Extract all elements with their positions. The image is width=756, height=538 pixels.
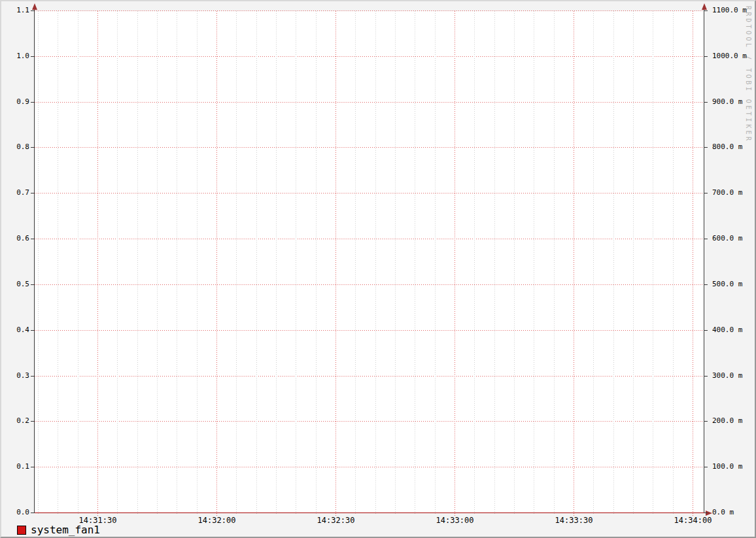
right-axis-tick — [704, 147, 708, 148]
x-axis-tick-label: 14:33:30 — [555, 516, 593, 525]
x-major-gridline — [216, 11, 217, 517]
y-axis-right-tick-label: 100.0 m — [712, 463, 742, 471]
y-major-gridline — [35, 56, 704, 57]
right-axis-tick — [704, 193, 708, 193]
left-axis-tick — [31, 56, 34, 57]
y-axis-right-tick-label: 500.0 m — [712, 280, 742, 288]
x-minor-gridline — [296, 11, 296, 515]
right-axis-tick — [704, 10, 708, 11]
series-line-system-fan1 — [35, 513, 704, 513]
x-major-gridline — [574, 11, 574, 517]
left-axis-tick — [31, 193, 34, 193]
legend-color-swatch — [17, 526, 26, 535]
left-axis-tick — [31, 330, 34, 331]
y-axis-left-tick-label: 0.2 — [6, 417, 29, 425]
y-major-gridline — [35, 193, 704, 193]
x-major-gridline — [97, 11, 98, 517]
y-axis-right-tick-label: 800.0 m — [712, 143, 742, 151]
y-axis-right-tick-label: 200.0 m — [712, 417, 742, 425]
x-major-gridline — [335, 11, 336, 517]
right-axis-tick — [704, 421, 708, 422]
left-axis-tick — [31, 467, 34, 467]
x-minor-gridline — [613, 11, 614, 515]
y-axis-left-tick-label: 0.1 — [6, 463, 29, 471]
x-minor-gridline — [653, 11, 653, 515]
y-axis-left-tick-label: 1.1 — [6, 7, 29, 14]
y-major-gridline — [35, 239, 704, 239]
x-minor-gridline — [78, 11, 78, 515]
x-axis-tick-label: 14:33:00 — [436, 516, 474, 525]
x-minor-gridline — [375, 11, 376, 515]
rrdtool-watermark: RRDTOOL / TOBI OETIKER — [745, 6, 752, 143]
x-minor-gridline — [256, 11, 257, 515]
x-minor-gridline — [197, 11, 198, 515]
y-axis-left-tick-label: 0.0 — [6, 509, 29, 516]
x-minor-gridline — [673, 11, 674, 515]
x-minor-gridline — [117, 11, 118, 515]
y-axis-right-tick-label: 300.0 m — [712, 372, 742, 380]
x-minor-gridline — [177, 11, 177, 515]
left-axis-tick — [31, 102, 34, 103]
y-axis-left-tick-label: 0.6 — [6, 235, 29, 243]
x-minor-gridline — [593, 11, 594, 515]
x-minor-gridline — [554, 11, 555, 515]
x-minor-gridline — [534, 11, 534, 515]
x-minor-gridline — [38, 11, 39, 515]
plot-area — [35, 11, 704, 513]
x-minor-gridline — [514, 11, 515, 515]
right-axis-tick — [704, 376, 708, 377]
x-minor-gridline — [137, 11, 138, 515]
x-minor-gridline — [633, 11, 634, 515]
x-minor-gridline — [435, 11, 436, 515]
x-axis-tick-label: 14:32:30 — [317, 516, 355, 525]
x-minor-gridline — [58, 11, 58, 515]
y-major-gridline — [35, 376, 704, 377]
y-axis-right-tick-label: 1100.0 m — [712, 7, 747, 14]
x-axis-tick-label: 14:34:00 — [674, 516, 712, 525]
right-axis-tick — [704, 467, 708, 467]
x-minor-gridline — [494, 11, 495, 515]
x-minor-gridline — [474, 11, 475, 515]
y-axis-right-tick-label: 900.0 m — [712, 98, 742, 106]
x-major-gridline — [693, 11, 693, 517]
y-axis-right-tick-label: 1000.0 m — [712, 52, 747, 60]
left-y-axis-line — [34, 8, 35, 513]
y-axis-left-tick-label: 0.3 — [6, 372, 29, 380]
right-axis-tick — [704, 284, 708, 285]
left-axis-tick — [31, 239, 34, 239]
y-major-gridline — [35, 330, 704, 331]
right-axis-tick — [704, 56, 708, 57]
y-axis-right-tick-label: 0.0 m — [712, 509, 734, 516]
left-axis-tick — [31, 10, 34, 11]
right-axis-arrow-icon — [702, 3, 707, 10]
y-major-gridline — [35, 102, 704, 103]
y-major-gridline — [35, 467, 704, 467]
x-major-gridline — [455, 11, 455, 517]
left-axis-tick — [31, 421, 34, 422]
x-axis-tick-label: 14:32:00 — [198, 516, 236, 525]
x-minor-gridline — [355, 11, 356, 515]
y-axis-left-tick-label: 0.9 — [6, 98, 29, 106]
x-minor-gridline — [236, 11, 237, 515]
right-y-axis-line — [704, 8, 704, 513]
left-axis-tick — [31, 284, 34, 285]
legend: system_fan1 — [17, 524, 100, 536]
x-minor-gridline — [316, 11, 317, 515]
right-axis-tick — [704, 239, 708, 239]
y-major-gridline — [35, 284, 704, 285]
y-axis-left-tick-label: 0.5 — [6, 280, 29, 288]
x-minor-gridline — [157, 11, 158, 515]
x-axis-tick-label: 14:31:30 — [79, 516, 117, 525]
rrdtool-graph: RRDTOOL / TOBI OETIKER system_fan1 0.00.… — [0, 0, 756, 538]
x-minor-gridline — [276, 11, 277, 515]
y-major-gridline — [35, 421, 704, 422]
right-axis-tick — [704, 330, 708, 331]
right-axis-tick — [704, 513, 708, 513]
y-axis-right-tick-label: 400.0 m — [712, 326, 742, 334]
left-axis-tick — [31, 513, 34, 513]
left-axis-tick — [31, 376, 34, 377]
left-axis-tick — [31, 147, 34, 148]
y-axis-right-tick-label: 700.0 m — [712, 189, 742, 197]
y-major-gridline — [35, 147, 704, 148]
y-axis-left-tick-label: 0.7 — [6, 189, 29, 197]
